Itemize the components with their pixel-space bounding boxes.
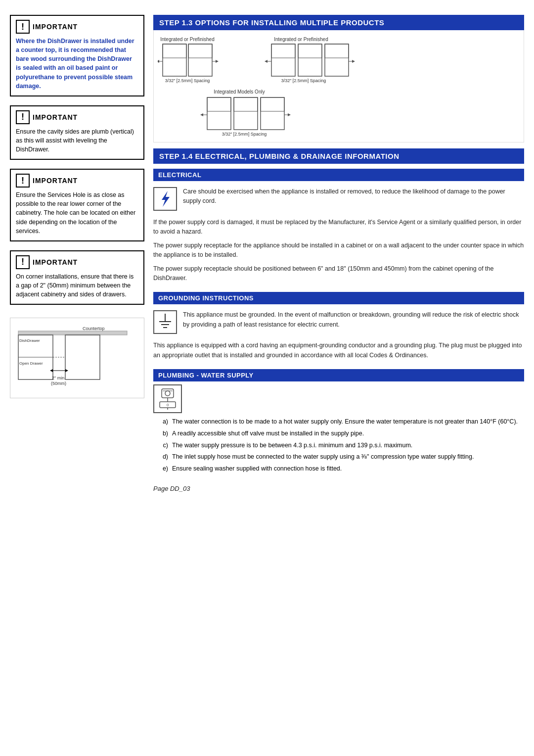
svg-marker-21 <box>216 60 219 63</box>
ground-text-1: This appliance must be grounded. In the … <box>183 310 524 330</box>
exclamation-icon-2: ! <box>16 110 30 124</box>
svg-rect-37 <box>207 97 231 111</box>
plumbing-list: a)The water connection is to be made to … <box>153 417 524 476</box>
svg-marker-31 <box>265 60 267 63</box>
list-text: The water supply pressure is to be betwe… <box>172 441 412 450</box>
svg-point-53 <box>165 391 170 396</box>
svg-text:2" min: 2" min <box>52 376 64 380</box>
grounding-icon-row: This appliance must be grounded. In the … <box>153 307 524 337</box>
water-valve-icon: 0 <box>153 384 182 413</box>
svg-rect-17 <box>188 44 212 58</box>
important-title-3: Important <box>33 177 78 185</box>
svg-rect-14 <box>163 44 186 76</box>
svg-marker-10 <box>65 369 68 372</box>
page-number: Page DD_03 <box>153 485 524 492</box>
list-text: Ensure sealing washer supplied with conn… <box>172 464 342 473</box>
svg-rect-41 <box>261 97 284 111</box>
important-text-1: Where the DishDrawer is installed under … <box>16 37 138 91</box>
svg-text:3/32" [2.5mm] Spacing: 3/32" [2.5mm] Spacing <box>281 78 326 83</box>
step13-header: STEP 1.3 OPTIONS FOR INSTALLING MULTIPLE… <box>153 15 524 30</box>
grounding-header: GROUNDING INSTRUCTIONS <box>153 292 524 304</box>
important-text-2: Ensure the cavity sides are plumb (verti… <box>16 127 138 154</box>
exclamation-icon-3: ! <box>16 174 30 188</box>
list-letter: a) <box>153 417 168 426</box>
elec-text-2: If the power supply cord is damaged, it … <box>153 218 524 237</box>
lightning-bolt-icon <box>153 187 177 211</box>
exclamation-icon-4: ! <box>16 255 30 269</box>
electrical-header: ELECTRICAL <box>153 169 524 181</box>
svg-text:Integrated or Prefinished: Integrated or Prefinished <box>274 37 328 42</box>
svg-marker-43 <box>200 113 203 116</box>
important-text-4: On corner installations, ensure that the… <box>16 272 138 299</box>
list-text: A readily accessible shut off valve must… <box>172 429 364 438</box>
svg-text:0: 0 <box>167 403 169 407</box>
list-item: e)Ensure sealing washer supplied with co… <box>153 464 524 473</box>
important-box-2: ! Important Ensure the cavity sides are … <box>10 105 144 160</box>
svg-text:3/32" [2.5mm] Spacing: 3/32" [2.5mm] Spacing <box>165 78 210 83</box>
svg-text:Countertop: Countertop <box>83 326 105 331</box>
important-title-1: Important <box>33 23 78 31</box>
svg-marker-9 <box>50 369 53 372</box>
left-column: ! Important Where the DishDrawer is inst… <box>10 15 153 741</box>
list-text: The inlet supply hose must be connected … <box>172 452 474 462</box>
svg-rect-52 <box>162 389 174 398</box>
svg-marker-45 <box>288 113 291 116</box>
svg-rect-24 <box>271 44 295 76</box>
svg-rect-15 <box>163 44 186 58</box>
important-title-2: Important <box>33 113 78 121</box>
svg-text:3/32" [2.5mm] Spacing: 3/32" [2.5mm] Spacing <box>222 132 267 137</box>
svg-rect-27 <box>298 44 322 58</box>
svg-rect-39 <box>234 97 258 111</box>
elec-text-1: Care should be exercised when the applia… <box>183 187 524 206</box>
elec-text-3: The power supply receptacle for the appl… <box>153 241 524 260</box>
step14-header: STEP 1.4 ELECTRICAL, PLUMBING & DRAINAGE… <box>153 148 524 164</box>
important-text-3: Ensure the Services Hole is as close as … <box>16 190 138 236</box>
svg-rect-0 <box>18 331 127 335</box>
list-letter: b) <box>153 429 168 438</box>
svg-text:Integrated or Prefinished: Integrated or Prefinished <box>160 37 215 42</box>
important-header-1: ! Important <box>16 20 138 34</box>
corner-diagram-svg: Countertop DishDrawer Open Drawer 2" min… <box>13 321 132 393</box>
svg-rect-26 <box>298 44 322 76</box>
svg-rect-16 <box>188 44 212 76</box>
electrical-icon-row: Care should be exercised when the applia… <box>153 184 524 214</box>
ground-symbol-icon <box>153 310 177 334</box>
list-letter: c) <box>153 441 168 450</box>
important-header-3: ! Important <box>16 174 138 188</box>
right-column: STEP 1.3 OPTIONS FOR INSTALLING MULTIPLE… <box>153 15 524 741</box>
list-letter: d) <box>153 452 168 462</box>
important-box-1: ! Important Where the DishDrawer is inst… <box>10 15 144 96</box>
list-text: The water connection is to be made to a … <box>172 417 518 426</box>
svg-rect-29 <box>325 44 349 58</box>
list-item: d)The inlet supply hose must be connecte… <box>153 452 524 462</box>
list-item: b)A readily accessible shut off valve mu… <box>153 429 524 438</box>
svg-rect-7 <box>65 335 100 379</box>
elec-text-4: The power supply receptacle should be po… <box>153 264 524 284</box>
svg-marker-33 <box>352 60 355 63</box>
svg-rect-40 <box>261 97 284 130</box>
plumbing-header: PLUMBING - WATER SUPPLY <box>153 369 524 381</box>
svg-marker-19 <box>158 60 159 63</box>
exclamation-icon-1: ! <box>16 20 30 34</box>
important-title-4: Important <box>33 258 78 266</box>
list-letter: e) <box>153 464 168 473</box>
step13-diagrams: Integrated or Prefinished 3/32" [2.5mm] … <box>153 30 524 142</box>
list-item: a)The water connection is to be made to … <box>153 417 524 426</box>
svg-marker-47 <box>162 191 170 207</box>
svg-text:Open Drawer: Open Drawer <box>19 361 43 366</box>
svg-text:(50mm): (50mm) <box>51 381 66 386</box>
important-header-4: ! Important <box>16 255 138 269</box>
important-box-4: ! Important On corner installations, ens… <box>10 250 144 305</box>
important-box-3: ! Important Ensure the Services Hole is … <box>10 169 144 241</box>
corner-diagram: Countertop DishDrawer Open Drawer 2" min… <box>10 318 144 398</box>
ground-text-2: This appliance is equipped with a cord h… <box>153 341 524 360</box>
important-header-2: ! Important <box>16 110 138 124</box>
svg-rect-38 <box>234 97 258 130</box>
step13-diagram-svg: Integrated or Prefinished 3/32" [2.5mm] … <box>158 34 514 138</box>
svg-text:Integrated Models Only: Integrated Models Only <box>214 89 265 94</box>
svg-rect-36 <box>207 97 231 130</box>
list-item: c)The water supply pressure is to be bet… <box>153 441 524 450</box>
svg-rect-25 <box>271 44 295 58</box>
svg-rect-28 <box>325 44 349 76</box>
svg-text:DishDrawer: DishDrawer <box>19 338 40 343</box>
